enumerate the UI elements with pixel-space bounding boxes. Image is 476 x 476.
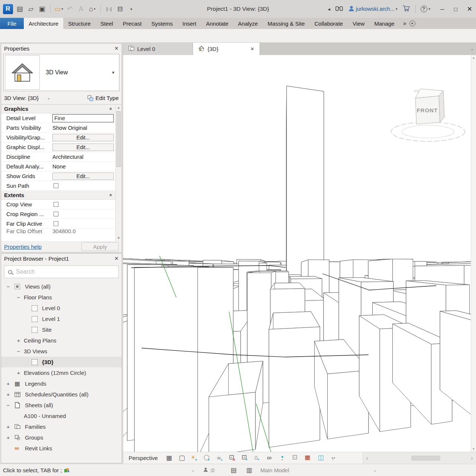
tab-structure[interactable]: Structure: [63, 18, 96, 29]
expand-icon[interactable]: +: [6, 380, 11, 387]
property-checkbox[interactable]: [54, 221, 58, 226]
tab-massing-site[interactable]: Massing & Site: [263, 18, 309, 29]
tab-steel[interactable]: Steel: [96, 18, 118, 29]
ribbon-cycle-icon[interactable]: »: [403, 20, 406, 27]
chevron-down-icon[interactable]: ⌄: [373, 464, 377, 476]
ui-properties-icon[interactable]: ▤: [15, 4, 24, 14]
chevron-down-icon[interactable]: ⌄: [191, 464, 195, 476]
view-tab--3d-[interactable]: {3D}✕: [193, 43, 260, 55]
sun-path-icon[interactable]: ☀●: [190, 454, 199, 463]
close-icon[interactable]: ✕: [250, 46, 254, 52]
tree-item-views-all-[interactable]: −Views (all): [1, 281, 122, 292]
edit-button[interactable]: Edit...: [52, 134, 114, 141]
collapse-title-icon[interactable]: ◂: [328, 6, 331, 12]
tree-item-site[interactable]: Site: [1, 324, 122, 335]
view-tab-level-0[interactable]: Level 0: [123, 43, 193, 55]
shadows-icon[interactable]: ◯●: [203, 454, 212, 463]
tab-manage[interactable]: Manage: [369, 18, 399, 29]
tab-systems[interactable]: Systems: [147, 18, 178, 29]
show-crop-region-icon[interactable]: ⊡●: [241, 454, 250, 463]
tree-item-floor-plans[interactable]: −Floor Plans: [1, 292, 122, 303]
search-binoculars-icon[interactable]: [335, 5, 343, 13]
tree-item-legends[interactable]: +▦Legends: [1, 378, 122, 389]
help-menu[interactable]: ? ▾: [421, 6, 431, 12]
edit-type-button[interactable]: Edit Type: [87, 95, 119, 101]
property-value[interactable]: None: [52, 163, 66, 170]
tab-collaborate[interactable]: Collaborate: [309, 18, 348, 29]
save-icon[interactable]: ▣: [38, 4, 46, 14]
tab-list-icon[interactable]: ⌄: [470, 43, 475, 55]
view-horizontal-scrollbar[interactable]: ‹ ›: [363, 452, 476, 464]
type-selector[interactable]: 3D View ▼: [3, 54, 119, 91]
scroll-left-icon[interactable]: ‹: [363, 455, 371, 461]
tree-item--3d-[interactable]: {3D}: [1, 357, 122, 367]
edit-button[interactable]: Edit...: [52, 144, 114, 151]
collapse-icon[interactable]: −: [6, 283, 11, 290]
view-vertical-scrollbar[interactable]: ▲ ▼: [471, 55, 476, 452]
temporary-view-properties-icon[interactable]: ⊡: [292, 454, 300, 463]
measure-icon[interactable]: ▭▾: [54, 4, 63, 14]
project-browser-close-icon[interactable]: ✕: [114, 255, 119, 261]
chevron-down-icon[interactable]: ⌄: [47, 96, 50, 100]
property-checkbox[interactable]: [54, 212, 58, 216]
text-icon[interactable]: A: [77, 4, 86, 14]
property-checkbox[interactable]: [54, 202, 58, 207]
property-checkbox[interactable]: [54, 183, 58, 188]
aligned-dimension-icon[interactable]: |··|: [104, 4, 113, 14]
search-input[interactable]: [16, 268, 115, 275]
maximize-button[interactable]: □: [454, 6, 457, 12]
property-value[interactable]: Architectural: [52, 154, 83, 160]
view-cube[interactable]: FRONT: [391, 89, 465, 141]
expand-icon[interactable]: +: [6, 424, 11, 430]
scroll-right-icon[interactable]: ›: [468, 455, 476, 461]
account-menu[interactable]: jurkowski.arch... ▾: [348, 5, 397, 13]
reveal-hidden-elements-icon[interactable]: ●▪: [279, 454, 288, 463]
tree-item-ceiling-plans[interactable]: +Ceiling Plans: [1, 335, 122, 346]
undo-icon[interactable]: ↶: [65, 4, 74, 14]
edit-button[interactable]: Edit...: [52, 173, 114, 180]
tree-item-3d-views[interactable]: −3D Views: [1, 346, 122, 357]
tree-item-sheets-all-[interactable]: −Sheets (all): [1, 400, 122, 411]
reveal-constraints-icon[interactable]: ↔▪: [329, 454, 338, 463]
property-value[interactable]: 304800.0: [52, 229, 76, 234]
tree-item-revit-links[interactable]: ∞Revit Links: [1, 443, 122, 454]
collapse-icon[interactable]: −: [16, 294, 21, 300]
tab-insert[interactable]: Insert: [177, 18, 201, 29]
collapse-icon[interactable]: −: [16, 348, 21, 354]
expand-icon[interactable]: +: [16, 370, 21, 376]
scroll-thumb[interactable]: [411, 456, 440, 461]
section-icon[interactable]: ⊟: [116, 4, 125, 14]
minimize-button[interactable]: ─: [440, 6, 444, 12]
apply-button[interactable]: Apply: [81, 242, 119, 251]
tree-item-schedules-quantities-all-[interactable]: +Schedules/Quantities (all): [1, 389, 122, 400]
tab-architecture[interactable]: Architecture: [24, 18, 63, 29]
properties-scrollbar[interactable]: ▲ ▼: [115, 104, 122, 241]
visual-style-icon[interactable]: ▢: [178, 454, 187, 463]
tree-item-level-0[interactable]: Level 0: [1, 303, 122, 313]
3d-view[interactable]: FRONT: [123, 55, 471, 452]
expand-icon[interactable]: +: [6, 391, 11, 398]
temporary-hide-isolate-icon[interactable]: ∞: [266, 454, 275, 463]
property-value[interactable]: Show Original: [52, 125, 87, 131]
drawing-area[interactable]: FRONT ▲ ▼: [123, 55, 476, 452]
analytical-model-icon[interactable]: ▦●: [304, 454, 313, 463]
active-design-option[interactable]: Main Model: [260, 464, 289, 476]
locked-3d-view-icon[interactable]: ⌂▪: [254, 454, 263, 463]
cart-icon[interactable]: [402, 5, 411, 13]
collapse-icon[interactable]: «: [108, 107, 114, 110]
property-section-extents[interactable]: Extents«: [1, 191, 115, 200]
home-icon[interactable]: ⌂▾: [88, 4, 97, 14]
tab-precast[interactable]: Precast: [118, 18, 147, 29]
tree-item-groups[interactable]: +Groups: [1, 432, 122, 443]
scale-button[interactable]: Perspective: [123, 455, 161, 461]
ribbon-collapse-icon[interactable]: ▼: [409, 20, 415, 26]
displacement-sets-icon[interactable]: ◫: [317, 454, 326, 463]
worksets-icon[interactable]: ▤: [231, 464, 237, 476]
tree-item-families[interactable]: +Families: [1, 421, 122, 432]
editing-requests-button[interactable]: :0: [203, 464, 215, 476]
render-dialog-icon[interactable]: ☕●: [216, 454, 225, 463]
close-button[interactable]: ✕: [467, 5, 472, 13]
detail-level-icon[interactable]: ▦: [165, 454, 174, 463]
tab-view[interactable]: View: [348, 18, 369, 29]
qat-customize-icon[interactable]: ▾: [127, 4, 136, 14]
